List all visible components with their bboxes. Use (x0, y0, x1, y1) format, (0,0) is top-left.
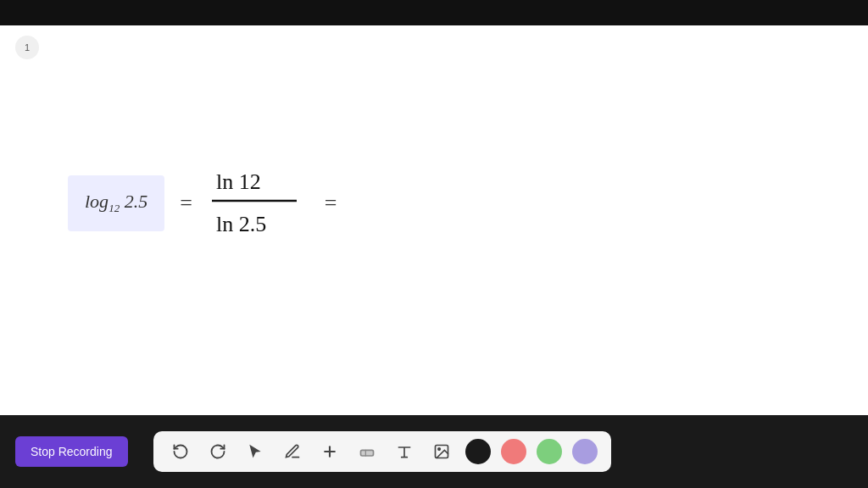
select-icon (247, 443, 264, 460)
svg-point-8 (437, 448, 440, 451)
select-button[interactable] (242, 438, 269, 465)
toolbar (153, 431, 611, 472)
handwritten-fraction: ln 12 ln 2.5 (208, 157, 309, 250)
add-button[interactable] (316, 438, 343, 465)
color-black-button[interactable] (465, 439, 491, 464)
redo-button[interactable] (204, 438, 231, 465)
bottom-area: Stop Recording (0, 415, 868, 488)
color-green-button[interactable] (537, 439, 562, 464)
svg-rect-5 (360, 450, 373, 456)
canvas-area: 1 log12 2.5 = ln 12 ln 2.5 = (0, 25, 868, 415)
page-number: 1 (15, 36, 39, 59)
equals-2: = (325, 191, 337, 216)
eraser-icon (359, 443, 376, 460)
text-icon (396, 443, 413, 460)
equals-1: = (180, 191, 192, 216)
color-purple-button[interactable] (572, 439, 598, 464)
pen-button[interactable] (279, 438, 306, 465)
image-button[interactable] (428, 438, 455, 465)
typed-math: log12 2.5 (85, 191, 147, 212)
pen-icon (284, 443, 301, 460)
log-subscript: 12 (108, 202, 120, 215)
redo-icon (209, 443, 226, 460)
typed-math-box: log12 2.5 (68, 175, 164, 230)
top-bar (0, 0, 868, 25)
text-button[interactable] (391, 438, 418, 465)
undo-icon (172, 443, 189, 460)
color-pink-button[interactable] (501, 439, 526, 464)
stop-recording-button[interactable]: Stop Recording (15, 436, 128, 467)
math-content: log12 2.5 = ln 12 ln 2.5 = (68, 157, 343, 250)
plus-icon (321, 443, 338, 460)
eraser-button[interactable] (353, 438, 381, 465)
svg-text:ln 12: ln 12 (216, 169, 261, 194)
svg-text:ln 2.5: ln 2.5 (216, 212, 266, 236)
undo-button[interactable] (167, 438, 194, 465)
image-icon (433, 443, 450, 460)
